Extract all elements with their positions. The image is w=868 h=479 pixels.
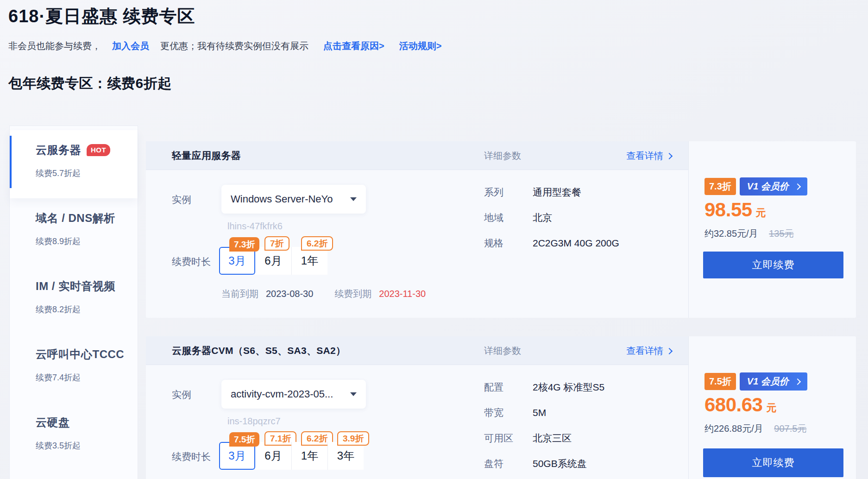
param-label: 系列 xyxy=(484,186,533,199)
params-title: 详细参数 xyxy=(484,336,521,365)
sidebar-item-discount: 续费8.9折起 xyxy=(36,236,138,247)
view-reason-link[interactable]: 点击查看原因> xyxy=(323,40,384,52)
instance-select[interactable]: Windows Server-NeYo xyxy=(221,185,366,214)
duration-tab-3m[interactable]: 7.3折 3月 xyxy=(219,247,255,275)
renewal-promo-page: 618·夏日盛惠 续费专区 非会员也能参与续费， 加入会员 更优惠；我有待续费实… xyxy=(0,0,868,479)
duration-tab-1y[interactable]: 6.2折 1年 xyxy=(291,247,327,275)
param-value: 通用型套餐 xyxy=(533,186,581,199)
caret-down-icon xyxy=(350,197,357,201)
param-value: 50GB系统盘 xyxy=(533,457,587,470)
price-original: 135元 xyxy=(769,228,793,239)
hot-badge: HOT xyxy=(87,144,110,156)
caret-down-icon xyxy=(350,392,357,396)
renew-now-button[interactable]: 立即续费 xyxy=(703,252,843,278)
activity-rules-link[interactable]: 活动规则> xyxy=(399,40,442,52)
price-monthly-row: 约32.85元/月 135元 xyxy=(704,227,794,240)
param-value: 北京三区 xyxy=(533,432,572,445)
member-price-label: V1 会员价 xyxy=(747,180,789,193)
price-monthly-row: 约226.88元/月 907.5元 xyxy=(704,422,806,435)
instance-select[interactable]: activity-cvm-2023-05... xyxy=(221,380,366,409)
join-member-link[interactable]: 加入会员 xyxy=(112,40,149,52)
price-per-month: 约226.88元/月 xyxy=(704,423,763,434)
duration-tabs: 7.5折 3月 7.1折 6月 6.2折 1年 3.9折 3年 xyxy=(219,442,364,470)
price-per-month: 约32.85元/月 xyxy=(704,228,758,239)
renew-expire-label: 续费到期 xyxy=(334,288,371,300)
current-expire-date: 2023-08-30 xyxy=(266,289,313,299)
param-label: 可用区 xyxy=(484,432,533,445)
view-detail-label: 查看详情 xyxy=(626,151,663,161)
section-heading: 包年续费专区：续费6折起 xyxy=(8,74,172,93)
duration-tab-label: 6月 xyxy=(264,253,282,268)
subtitle-prefix: 非会员也能参与续费， xyxy=(8,40,101,52)
price-amount: 98.55 元 xyxy=(704,199,766,221)
duration-tab-label: 1年 xyxy=(301,253,318,268)
member-price-badge[interactable]: V1 会员价 xyxy=(740,372,807,391)
price-unit: 元 xyxy=(766,401,776,415)
duration-tab-1y[interactable]: 6.2折 1年 xyxy=(291,442,327,470)
sidebar-item-im-trtc[interactable]: IM / 实时音视频 续费8.2折起 xyxy=(10,266,138,334)
instance-id: lhins-47fkfrk6 xyxy=(227,221,283,232)
discount-badge: 7.3折 xyxy=(704,178,736,195)
chevron-right-icon xyxy=(666,348,673,354)
view-detail-label: 查看详情 xyxy=(626,346,663,356)
duration-tab-3m[interactable]: 7.5折 3月 xyxy=(219,442,255,470)
sidebar-item-cbs[interactable]: 云硬盘 续费3.5折起 xyxy=(10,403,138,471)
discount-badge: 6.2折 xyxy=(301,236,333,251)
expiry-dates-row: 当前到期 2023-08-30 续费到期 2023-11-30 xyxy=(221,288,426,300)
sidebar-item-label: 云服务器 xyxy=(36,143,81,158)
discount-badge: 7折 xyxy=(264,236,289,251)
sidebar-item-title: 域名 / DNS解析 xyxy=(36,211,138,226)
param-row: 配置 2核4G 标准型S5 xyxy=(484,374,604,400)
param-value: 2C2G3M 40G 200G xyxy=(533,238,619,249)
param-row: 可用区 北京三区 xyxy=(484,425,604,451)
chevron-right-icon xyxy=(794,183,801,189)
sidebar-item-cloud-server[interactable]: 云服务器 HOT 续费5.7折起 xyxy=(10,130,138,198)
param-row: 规格 2C2G3M 40G 200G xyxy=(484,230,619,256)
view-detail-link[interactable]: 查看详情 xyxy=(588,141,672,170)
card-header-band: 云服务器CVM（S6、S5、SA3、SA2） 详细参数 查看详情 xyxy=(146,336,688,365)
param-label: 规格 xyxy=(484,237,533,250)
discount-badge: 7.3折 xyxy=(229,237,259,252)
params-list: 系列 通用型套餐 地域 北京 规格 2C2G3M 40G 200G xyxy=(484,179,619,256)
subtitle-row: 非会员也能参与续费， 加入会员 更优惠；我有待续费实例但没有展示 点击查看原因>… xyxy=(8,40,441,52)
duration-tab-6m[interactable]: 7.1折 6月 xyxy=(255,442,291,470)
sidebar-item-domain-dns[interactable]: 域名 / DNS解析 续费8.9折起 xyxy=(10,198,138,266)
discount-badge: 3.9折 xyxy=(337,431,369,446)
chevron-right-icon xyxy=(794,378,801,384)
chevron-right-icon xyxy=(666,153,673,159)
instance-id: ins-18pqzrc7 xyxy=(227,416,281,427)
sidebar-item-label: IM / 实时音视频 xyxy=(36,279,115,294)
duration-tabs: 7.3折 3月 7折 6月 6.2折 1年 xyxy=(219,247,327,275)
member-price-badge[interactable]: V1 会员价 xyxy=(740,177,807,195)
sidebar-item-discount: 续费8.2折起 xyxy=(36,304,138,315)
card-title: 云服务器CVM（S6、S5、SA3、SA2） xyxy=(172,336,346,365)
view-detail-link[interactable]: 查看详情 xyxy=(588,336,672,365)
discount-badge: 7.5折 xyxy=(229,432,259,447)
param-row: 盘符 50GB系统盘 xyxy=(484,451,604,476)
param-row: 地域 北京 xyxy=(484,205,619,230)
discount-badge: 7.5折 xyxy=(704,373,736,390)
duration-tab-label: 3月 xyxy=(228,253,245,268)
sidebar-item-title: 云硬盘 xyxy=(36,415,138,430)
instance-select-value: activity-cvm-2023-05... xyxy=(231,388,345,400)
price-panel-divider xyxy=(688,141,689,318)
param-label: 带宽 xyxy=(484,406,533,419)
params-title: 详细参数 xyxy=(484,141,521,170)
price-number: 98.55 xyxy=(704,199,752,221)
page-title: 618·夏日盛惠 续费专区 xyxy=(8,5,195,28)
price-badges: 7.3折 V1 会员价 xyxy=(704,177,807,195)
sidebar-item-discount: 续费5.7折起 xyxy=(36,168,138,179)
duration-tab-6m[interactable]: 7折 6月 xyxy=(255,247,291,275)
params-list: 配置 2核4G 标准型S5 带宽 5M 可用区 北京三区 盘符 50GB系统盘 xyxy=(484,374,604,476)
sidebar-item-label: 云呼叫中心TCCC xyxy=(36,347,124,362)
subtitle-middle: 更优惠；我有待续费实例但没有展示 xyxy=(160,40,308,52)
duration-tab-3y[interactable]: 3.9折 3年 xyxy=(327,442,364,470)
renew-now-button[interactable]: 立即续费 xyxy=(703,448,843,477)
duration-label: 续费时长 xyxy=(172,450,211,463)
member-price-label: V1 会员价 xyxy=(747,375,789,388)
current-expire-label: 当前到期 xyxy=(221,288,258,300)
sidebar-item-tccc[interactable]: 云呼叫中心TCCC 续费7.4折起 xyxy=(10,334,138,403)
instance-select-value: Windows Server-NeYo xyxy=(231,193,345,205)
instance-label: 实例 xyxy=(172,193,191,206)
product-card-cvm: 云服务器CVM（S6、S5、SA3、SA2） 详细参数 查看详情 实例 acti… xyxy=(146,336,856,479)
